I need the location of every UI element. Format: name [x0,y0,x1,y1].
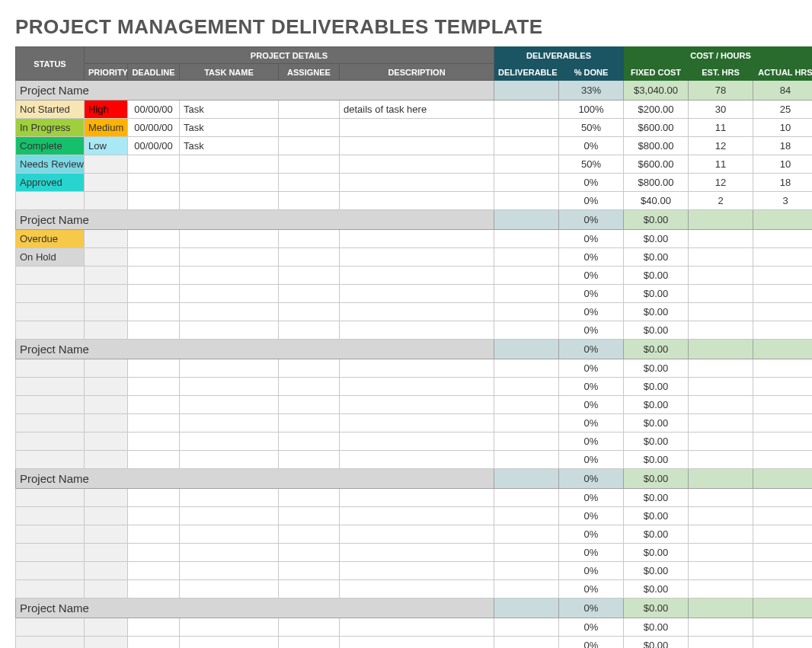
task-cell[interactable] [180,248,279,267]
status-cell[interactable]: Needs Review [16,155,85,174]
assignee-cell[interactable] [279,451,340,469]
est-cell[interactable] [689,433,753,451]
status-cell[interactable] [16,321,85,340]
description-cell[interactable] [340,451,494,469]
assignee-cell[interactable] [279,637,340,649]
cost-cell[interactable]: $40.00 [624,192,689,210]
task-cell[interactable] [180,155,279,174]
description-cell[interactable] [340,414,494,433]
status-cell[interactable] [16,562,85,580]
est-cell[interactable] [689,562,753,580]
est-cell[interactable] [689,321,753,340]
pctdone-cell[interactable]: 0% [559,230,624,248]
project-name-cell[interactable]: Project Name [16,599,494,618]
deliverable-cell[interactable] [494,396,559,414]
assignee-cell[interactable] [279,489,340,507]
description-cell[interactable] [340,618,494,637]
assignee-cell[interactable] [279,544,340,562]
priority-cell[interactable] [85,230,128,248]
deadline-cell[interactable] [128,637,180,649]
deadline-cell[interactable] [128,507,180,525]
status-cell[interactable]: On Hold [16,248,85,267]
deliverable-cell[interactable] [494,544,559,562]
cost-cell[interactable]: $0.00 [624,359,689,378]
act-cell[interactable] [753,525,813,544]
pctdone-cell[interactable]: 0% [559,192,624,210]
status-cell[interactable]: Overdue [16,230,85,248]
pctdone-cell[interactable]: 0% [559,637,624,649]
est-cell[interactable] [689,248,753,267]
deliverable-cell[interactable] [494,285,559,303]
project-name-cell[interactable]: Project Name [16,469,494,489]
deadline-cell[interactable] [128,321,180,340]
cost-cell[interactable]: $600.00 [624,155,689,174]
deliverable-cell[interactable] [494,359,559,378]
deadline-cell[interactable] [128,489,180,507]
act-cell[interactable] [753,230,813,248]
cost-cell[interactable]: $0.00 [624,378,689,396]
task-cell[interactable] [180,267,279,285]
act-cell[interactable] [753,580,813,599]
act-cell[interactable] [753,378,813,396]
task-cell[interactable] [180,230,279,248]
act-cell[interactable] [753,489,813,507]
deadline-cell[interactable]: 00/00/00 [128,119,180,137]
est-cell[interactable] [689,637,753,649]
assignee-cell[interactable] [279,174,340,192]
deadline-cell[interactable] [128,155,180,174]
deliverable-cell[interactable] [494,562,559,580]
act-cell[interactable] [753,637,813,649]
deliverable-cell[interactable] [494,101,559,119]
priority-cell[interactable] [85,507,128,525]
pctdone-cell[interactable]: 0% [559,618,624,637]
est-cell[interactable] [689,378,753,396]
description-cell[interactable] [340,507,494,525]
status-cell[interactable]: Not Started [16,101,85,119]
deadline-cell[interactable] [128,451,180,469]
pctdone-cell[interactable]: 0% [559,285,624,303]
project-name-cell[interactable]: Project Name [16,81,494,101]
pctdone-cell[interactable]: 0% [559,396,624,414]
cost-cell[interactable]: $0.00 [624,248,689,267]
status-cell[interactable] [16,618,85,637]
status-cell[interactable] [16,303,85,321]
description-cell[interactable] [340,321,494,340]
priority-cell[interactable] [85,378,128,396]
status-cell[interactable] [16,544,85,562]
deliverable-cell[interactable] [494,174,559,192]
est-cell[interactable] [689,230,753,248]
cost-cell[interactable]: $800.00 [624,174,689,192]
est-cell[interactable]: 12 [689,137,753,155]
priority-cell[interactable] [85,267,128,285]
description-cell[interactable] [340,192,494,210]
description-cell[interactable] [340,544,494,562]
deadline-cell[interactable]: 00/00/00 [128,137,180,155]
deliverable-cell[interactable] [494,414,559,433]
deliverable-cell[interactable] [494,119,559,137]
pctdone-cell[interactable]: 0% [559,414,624,433]
priority-cell[interactable] [85,580,128,599]
est-cell[interactable] [689,525,753,544]
assignee-cell[interactable] [279,192,340,210]
task-cell[interactable] [180,192,279,210]
task-cell[interactable] [180,618,279,637]
assignee-cell[interactable] [279,562,340,580]
description-cell[interactable] [340,137,494,155]
deadline-cell[interactable] [128,396,180,414]
est-cell[interactable]: 12 [689,174,753,192]
cost-cell[interactable]: $0.00 [624,321,689,340]
priority-cell[interactable] [85,451,128,469]
status-cell[interactable] [16,267,85,285]
description-cell[interactable] [340,119,494,137]
cost-cell[interactable]: $0.00 [624,414,689,433]
assignee-cell[interactable] [279,580,340,599]
priority-cell[interactable]: Medium [85,119,128,137]
task-cell[interactable]: Task [180,137,279,155]
act-cell[interactable]: 18 [753,174,813,192]
pctdone-cell[interactable]: 0% [559,267,624,285]
task-cell[interactable] [180,637,279,649]
assignee-cell[interactable] [279,321,340,340]
cost-cell[interactable]: $0.00 [624,525,689,544]
est-cell[interactable] [689,451,753,469]
priority-cell[interactable] [85,396,128,414]
